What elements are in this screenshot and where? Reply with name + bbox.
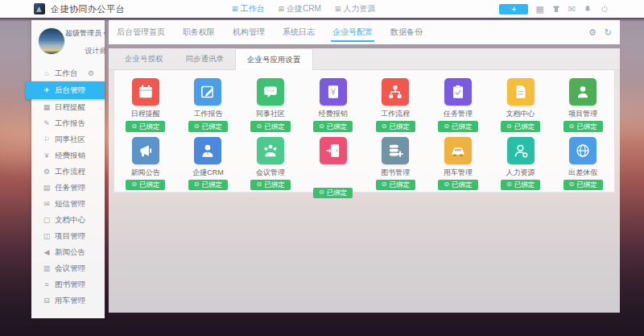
sidebar-item-3[interactable]: ▦日程提醒 <box>31 99 105 115</box>
app-tile-2[interactable]: 工作报告⊙已绑定 <box>177 73 240 132</box>
bound-dot-icon: ⊙ <box>319 123 324 130</box>
user-role: 设计师 <box>65 48 107 55</box>
primary-tab-4[interactable]: 系统日志 <box>283 20 315 44</box>
sidebar-item-8[interactable]: ▤任务管理 <box>31 180 105 196</box>
user-name: 超级管理员 <box>65 29 101 37</box>
bound-dot-icon: ⊙ <box>382 181 387 188</box>
bound-button[interactable]: ⊙已绑定 <box>564 180 603 191</box>
app-tile-13[interactable]: 图书管理⊙已绑定 <box>365 132 427 199</box>
primary-tab-1[interactable]: 后台管理首页 <box>117 20 165 44</box>
app-tile-8[interactable]: 项目管理⊙已绑定 <box>551 73 614 132</box>
app-tile-label: 任务管理 <box>444 110 473 118</box>
expense-icon: ¥ <box>42 152 52 160</box>
hr-icon <box>507 137 535 164</box>
bound-button[interactable]: ⊙已绑定 <box>564 121 603 132</box>
primary-tab-6[interactable]: 数据备份 <box>390 20 423 44</box>
app-tile-9[interactable]: 新闻公告⊙已绑定 <box>114 132 177 199</box>
sidebar-item-14[interactable]: ≡图书管理 <box>31 276 105 292</box>
chat-icon <box>257 78 284 106</box>
sidebar-item-label: 项目管理 <box>55 231 85 242</box>
bound-button[interactable]: ⊙已绑定 <box>501 180 540 191</box>
bound-dot-icon: ⊙ <box>382 123 387 130</box>
app-tile-1[interactable]: 日程提醒⊙已绑定 <box>114 73 177 132</box>
mail-icon[interactable]: ✉ <box>568 5 576 14</box>
app-tile-label: 人力资源 <box>506 168 535 177</box>
sidebar-item-7[interactable]: ⚙工作流程 <box>31 164 105 180</box>
sidebar-item-label: 工作台 <box>55 68 78 79</box>
primary-tab-2[interactable]: 职务权限 <box>183 20 215 44</box>
theme-shirt-icon[interactable] <box>551 4 561 14</box>
top-nav-item-1[interactable]: ⊞工作台 <box>232 3 265 15</box>
app-tile-6[interactable]: 任务管理⊙已绑定 <box>427 73 489 132</box>
app-tile-3[interactable]: 同事社区⊙已绑定 <box>239 73 302 132</box>
bound-button[interactable]: ⊙已绑定 <box>376 180 415 191</box>
bound-button[interactable]: ⊙已绑定 <box>501 121 540 132</box>
app-tile-16[interactable]: 出差休假⊙已绑定 <box>551 132 614 199</box>
bound-button[interactable]: ⊙已绑定 <box>126 121 165 132</box>
bound-button[interactable]: ⊙已绑定 <box>250 180 290 191</box>
crm-icon <box>194 137 221 164</box>
gear-icon[interactable]: ⚙ <box>86 70 96 77</box>
schedule-icon: ▦ <box>42 104 52 111</box>
bound-button-label: 已绑定 <box>576 181 597 189</box>
app-tile-7[interactable]: 文档中心⊙已绑定 <box>489 73 552 132</box>
sidebar-item-4[interactable]: ✎工作报告 <box>31 115 105 131</box>
sidebar-item-2[interactable]: ✈后台管理 <box>26 81 105 99</box>
sidebar-item-6[interactable]: ¥经费报销 <box>31 147 105 164</box>
bound-dot-icon: ⊙ <box>194 123 200 130</box>
app-title: 企捷协同办公平台 <box>51 3 125 15</box>
bell-icon[interactable] <box>583 4 592 14</box>
app-tile-15[interactable]: 人力资源⊙已绑定 <box>489 132 552 199</box>
app-tile-label: 日程提醒 <box>131 110 160 118</box>
bound-button[interactable]: ⊙已绑定 <box>313 188 353 199</box>
car-icon <box>444 137 472 164</box>
bound-button[interactable]: ⊙已绑定 <box>313 121 353 132</box>
sidebar-item-label: 会议管理 <box>55 263 85 274</box>
app-tile-11[interactable]: 会议管理⊙已绑定 <box>239 132 302 199</box>
power-icon[interactable] <box>600 4 609 14</box>
secondary-tab-2[interactable]: 同步通讯录 <box>175 48 236 69</box>
secondary-tab-1[interactable]: 企业号授权 <box>114 48 175 69</box>
bound-button[interactable]: ⊙已绑定 <box>250 121 290 132</box>
top-nav-item-2[interactable]: ⊞企捷CRM <box>279 3 321 15</box>
sidebar-item-label: 任务管理 <box>55 183 85 193</box>
apps-grid-icon[interactable]: ▦ <box>535 5 543 14</box>
gear-icon[interactable]: ⚙ <box>588 28 597 37</box>
meeting-icon <box>257 137 284 164</box>
bound-button[interactable]: ⊙已绑定 <box>376 121 415 132</box>
sidebar-item-label: 同事社区 <box>55 135 85 145</box>
app-tile-5[interactable]: 工作流程⊙已绑定 <box>365 73 427 132</box>
sidebar-item-1[interactable]: ⌂工作台⚙ <box>31 65 105 81</box>
app-tile-12[interactable]: ⊙已绑定 <box>302 132 365 199</box>
app-tile-label: 图书管理 <box>381 168 410 177</box>
sms-icon: ✉ <box>42 201 52 208</box>
sidebar-item-10[interactable]: ▢文档中心 <box>31 212 105 228</box>
app-logo-icon <box>34 3 45 15</box>
bound-button[interactable]: ⊙已绑定 <box>438 180 477 191</box>
sidebar-item-13[interactable]: ▥会议管理 <box>31 260 105 276</box>
bound-button[interactable]: ⊙已绑定 <box>188 180 228 191</box>
secondary-tab-3[interactable]: 企业号应用设置 <box>235 48 313 70</box>
sidebar-item-11[interactable]: ◫项目管理 <box>31 228 105 244</box>
sidebar-item-5[interactable]: ⚐同事社区 <box>31 131 105 147</box>
app-tile-14[interactable]: 用车管理⊙已绑定 <box>427 132 489 199</box>
bound-button[interactable]: ⊙已绑定 <box>126 180 165 191</box>
door-icon <box>320 137 347 164</box>
primary-tab-3[interactable]: 机构管理 <box>233 20 265 44</box>
refresh-icon[interactable]: ↻ <box>605 28 612 37</box>
sidebar-item-9[interactable]: ✉短信管理 <box>31 196 105 212</box>
app-tile-4[interactable]: ¥经费报销⊙已绑定 <box>302 73 365 132</box>
bound-button[interactable]: ⊙已绑定 <box>438 121 477 132</box>
sidebar-item-15[interactable]: ⊟用车管理 <box>31 292 105 309</box>
primary-tab-5[interactable]: 企业号配置 <box>332 20 373 44</box>
clipboard-icon <box>444 78 472 106</box>
app-tile-10[interactable]: 企捷CRM⊙已绑定 <box>177 132 240 199</box>
bound-button[interactable]: ⊙已绑定 <box>188 121 228 132</box>
books-icon <box>382 137 409 164</box>
project-icon: ◫ <box>42 233 52 240</box>
sidebar-item-12[interactable]: ◀新闻公告 <box>31 244 105 260</box>
add-button[interactable]: + <box>499 4 528 15</box>
bound-button-label: 已绑定 <box>576 123 597 131</box>
top-nav-item-3[interactable]: ⊞人力资源 <box>335 3 376 15</box>
user-name-dropdown[interactable]: 超级管理员 ▾ <box>65 30 107 37</box>
